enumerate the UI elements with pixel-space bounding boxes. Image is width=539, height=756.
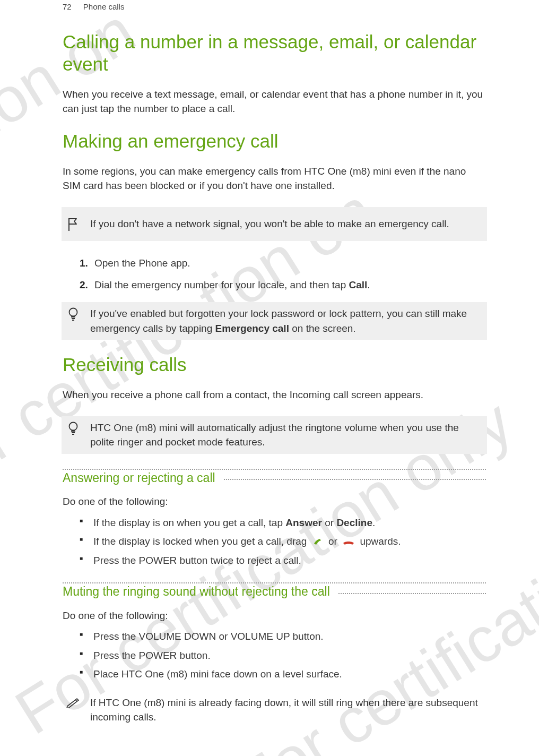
flag-icon: [66, 217, 81, 231]
note-text: If HTC One (m8) mini is already facing d…: [90, 695, 483, 725]
list-item: Press the VOLUME DOWN or VOLUME UP butto…: [80, 629, 486, 644]
list-item: Press the POWER button.: [80, 648, 486, 663]
step-text: Open the Phone app.: [94, 257, 190, 269]
body-text: Do one of the following:: [63, 494, 486, 509]
steps-list: 1. Open the Phone app. 2. Dial the emerg…: [63, 256, 486, 293]
step-item: 2. Dial the emergency number for your lo…: [80, 278, 486, 293]
list-item: Press the POWER button twice to reject a…: [80, 553, 486, 568]
list-item: If the display is locked when you get a …: [80, 534, 486, 549]
pencil-icon: [66, 695, 81, 708]
body-text: In some regions, you can make emergency …: [63, 164, 486, 193]
header-section: Phone calls: [83, 2, 125, 11]
step-item: 1. Open the Phone app.: [80, 256, 486, 271]
sub-heading-title: Answering or rejecting a call: [63, 469, 219, 487]
step-number: 1.: [80, 256, 88, 271]
phone-decline-icon: [342, 538, 355, 546]
info-note: If HTC One (m8) mini is already facing d…: [62, 691, 487, 729]
phone-answer-icon: [312, 537, 324, 546]
lightbulb-icon: [66, 420, 81, 435]
page-number: 72: [63, 2, 72, 11]
step-text: Dial the emergency number for your local…: [94, 279, 370, 290]
list-item: Place HTC One (m8) mini face down on a l…: [80, 667, 486, 682]
sub-heading-title: Muting the ringing sound without rejecti…: [63, 583, 333, 600]
svg-point-1: [69, 422, 77, 430]
heading-emergency-call: Making an emergency call: [63, 130, 486, 152]
heading-calling-number: Calling a number in a message, email, or…: [63, 31, 486, 75]
body-text: When you receive a text message, email, …: [63, 87, 486, 116]
body-text: Do one of the following:: [63, 608, 486, 623]
warning-text: If you don't have a network signal, you …: [90, 217, 483, 231]
tip-note: HTC One (m8) mini will automatically adj…: [62, 416, 487, 454]
bullet-list: If the display is on when you get a call…: [63, 516, 486, 568]
warning-note: If you don't have a network signal, you …: [62, 207, 487, 241]
svg-point-0: [69, 308, 77, 316]
tip-note: If you've enabled but forgotten your loc…: [62, 302, 487, 340]
heading-receiving-calls: Receiving calls: [63, 354, 486, 376]
sub-heading: Muting the ringing sound without rejecti…: [63, 582, 486, 600]
step-number: 2.: [80, 278, 88, 293]
tip-text: If you've enabled but forgotten your loc…: [90, 306, 483, 336]
sub-heading: Answering or rejecting a call: [63, 469, 486, 487]
running-header: 72 Phone calls: [63, 0, 486, 13]
body-text: When you receive a phone call from a con…: [63, 388, 486, 402]
list-item: If the display is on when you get a call…: [80, 516, 486, 530]
tip-text: HTC One (m8) mini will automatically adj…: [90, 420, 483, 450]
lightbulb-icon: [66, 306, 81, 321]
bullet-list: Press the VOLUME DOWN or VOLUME UP butto…: [63, 629, 486, 682]
